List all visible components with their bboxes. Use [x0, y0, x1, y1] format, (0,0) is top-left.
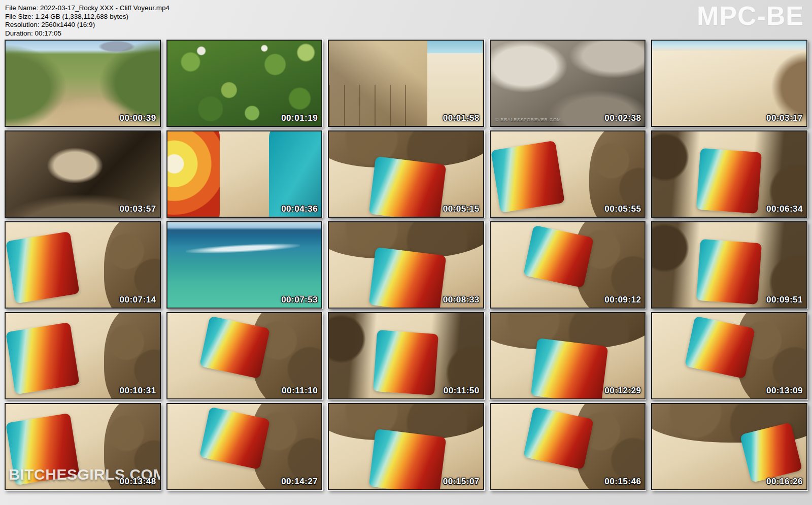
resolution-line: Resolution: 2560x1440 (16:9) [5, 21, 812, 29]
video-thumbnail: 00:08:33 [328, 221, 484, 309]
thumbnail-grid: 00:00:39 00:01:19 00:01:58 © BRALESSFORE… [0, 39, 812, 490]
thumbnail-sheet: { "header": { "file_name": "File Name: 2… [0, 0, 812, 505]
video-thumbnail: 00:00:39 [5, 40, 161, 127]
timestamp-overlay: 00:05:15 [443, 204, 480, 214]
timestamp-overlay: 00:03:57 [120, 204, 156, 214]
video-thumbnail: 00:03:17 [651, 40, 807, 127]
timestamp-overlay: 00:02:38 [604, 113, 641, 123]
video-thumbnail: 00:03:57 [5, 130, 161, 218]
video-thumbnail: 00:11:10 [166, 312, 323, 399]
timestamp-overlay: 00:13:09 [766, 386, 803, 396]
video-thumbnail: BITCHESGIRLS.COM 00:13:48 [5, 403, 161, 490]
video-thumbnail: 00:16:26 [651, 403, 807, 490]
timestamp-overlay: 00:01:19 [281, 113, 318, 123]
video-thumbnail: 00:05:15 [328, 130, 484, 218]
video-thumbnail: © BRALESSFOREVER.COM 00:02:38 [490, 40, 646, 127]
timestamp-overlay: 00:10:31 [120, 386, 156, 396]
timestamp-overlay: 00:12:29 [604, 386, 641, 396]
video-thumbnail: 00:05:55 [490, 130, 646, 218]
file-info-header: File Name: 2022-03-17_Rocky XXX - Cliff … [0, 0, 812, 39]
video-thumbnail: 00:10:31 [5, 312, 161, 399]
timestamp-overlay: 00:05:55 [604, 204, 641, 214]
mpc-be-logo: MPC-BE [697, 0, 804, 31]
timestamp-overlay: 00:04:36 [281, 204, 318, 214]
timestamp-overlay: 00:11:10 [282, 386, 318, 396]
duration-line: Duration: 00:17:05 [5, 29, 812, 38]
timestamp-overlay: 00:00:39 [120, 113, 156, 123]
video-thumbnail: 00:04:36 [166, 130, 323, 218]
video-thumbnail: 00:09:12 [490, 221, 646, 309]
timestamp-overlay: 00:09:51 [766, 295, 803, 305]
video-thumbnail: 00:07:53 [166, 221, 323, 309]
timestamp-overlay: 00:08:33 [443, 295, 480, 305]
timestamp-overlay: 00:07:14 [120, 295, 156, 305]
video-thumbnail: 00:06:34 [651, 130, 807, 218]
video-thumbnail: 00:13:09 [651, 312, 807, 399]
video-thumbnail: 00:01:58 [328, 40, 484, 127]
timestamp-overlay: 00:15:07 [443, 477, 480, 487]
timestamp-overlay: 00:11:50 [444, 386, 480, 396]
timestamp-overlay: 00:03:17 [766, 113, 803, 123]
timestamp-overlay: 00:16:26 [766, 477, 803, 487]
timestamp-overlay: 00:15:46 [604, 477, 641, 487]
video-thumbnail: 00:09:51 [651, 221, 807, 309]
video-thumbnail: 00:01:19 [166, 40, 323, 127]
video-thumbnail: 00:07:14 [5, 221, 161, 309]
timestamp-overlay: 00:01:58 [443, 113, 480, 123]
video-thumbnail: 00:12:29 [490, 312, 646, 399]
file-name-line: File Name: 2022-03-17_Rocky XXX - Cliff … [5, 4, 812, 13]
timestamp-overlay: 00:06:34 [766, 204, 803, 214]
video-thumbnail: 00:14:27 [166, 403, 323, 490]
timestamp-overlay: 00:13:48 [120, 477, 156, 487]
timestamp-overlay: 00:09:12 [604, 295, 641, 305]
watermark-text: © BRALESSFOREVER.COM [495, 117, 561, 122]
timestamp-overlay: 00:14:27 [281, 477, 318, 487]
file-size-line: File Size: 1.24 GB (1,338,112,688 bytes) [5, 13, 812, 21]
timestamp-overlay: 00:07:53 [281, 295, 318, 305]
video-thumbnail: 00:11:50 [328, 312, 484, 399]
video-thumbnail: 00:15:07 [328, 403, 484, 490]
video-thumbnail: 00:15:46 [490, 403, 646, 490]
